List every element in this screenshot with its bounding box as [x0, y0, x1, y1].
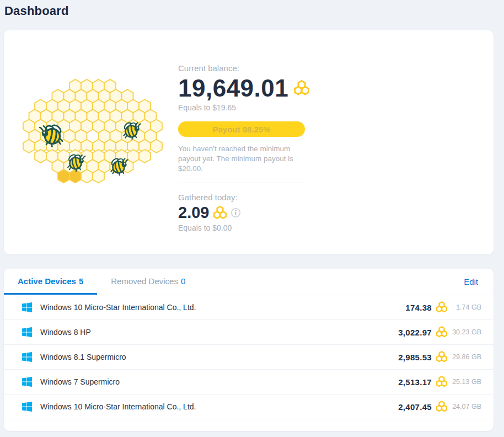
- windows-icon: [22, 402, 32, 412]
- tab-count: 0: [181, 276, 185, 286]
- honeycomb-icon: [436, 326, 447, 338]
- windows-icon: [22, 302, 32, 312]
- page-title: Dashboard: [4, 4, 504, 18]
- devices-tabbar: Active Devices 5 Removed Devices 0 Edit: [4, 269, 494, 295]
- divider: [178, 183, 304, 183]
- device-traffic: 24.07 GB: [451, 403, 481, 411]
- balance-card: Current balance: 19,649.01 Equals to $19…: [4, 30, 494, 254]
- device-name: Windows 8.1 Supermicro: [40, 353, 126, 361]
- device-row: Windows 8 HP 3,022.97 30.23 GB: [4, 320, 494, 345]
- device-name: Windows 8 HP: [40, 328, 91, 337]
- device-credits: 2,513.17: [398, 377, 432, 387]
- info-icon[interactable]: [230, 207, 241, 218]
- windows-icon: [22, 327, 32, 337]
- honeycomb-icon: [436, 301, 447, 313]
- current-balance-label: Current balance:: [178, 63, 307, 73]
- device-credits: 3,022.97: [398, 328, 432, 337]
- device-row: Windows 8.1 Supermicro 2,985.53 29.86 GB: [4, 345, 494, 370]
- device-traffic: 29.86 GB: [451, 353, 481, 361]
- tab-active-devices[interactable]: Active Devices 5: [4, 269, 97, 295]
- payout-note: You haven't reached the minimum payout y…: [178, 144, 306, 173]
- device-row: Windows 10 Micro-Star International Co.,…: [4, 295, 494, 320]
- honeycomb-icon: [436, 351, 447, 363]
- gathered-usd-equivalent: Equals to $0.00: [178, 223, 307, 232]
- gathered-today-label: Gathered today:: [178, 193, 307, 202]
- device-credits: 2,985.53: [398, 353, 432, 362]
- current-balance-amount: 19,649.01: [178, 74, 288, 102]
- honeycomb-hive-illustration: [18, 77, 168, 188]
- balance-section: Current balance: 19,649.01 Equals to $19…: [178, 63, 307, 232]
- device-name: Windows 10 Micro-Star International Co.,…: [40, 402, 196, 411]
- tab-label: Removed Devices: [111, 276, 178, 286]
- gathered-today-amount: 2.09: [178, 204, 209, 222]
- device-name: Windows 10 Micro-Star International Co.,…: [40, 303, 196, 312]
- windows-icon: [22, 352, 32, 362]
- balance-usd-equivalent: Equals to $19.65: [178, 103, 307, 112]
- device-traffic: 30.23 GB: [451, 328, 481, 336]
- honeycomb-icon: [294, 80, 309, 97]
- device-name: Windows 7 Supermicro: [40, 377, 120, 386]
- honeycomb-icon: [213, 206, 227, 220]
- tab-removed-devices[interactable]: Removed Devices 0: [97, 269, 199, 295]
- edit-devices-link[interactable]: Edit: [464, 277, 494, 286]
- honeycomb-icon: [436, 376, 447, 388]
- device-credits: 174.38: [405, 303, 432, 312]
- device-traffic: 1.74 GB: [451, 303, 481, 311]
- tab-label: Active Devices: [18, 276, 76, 286]
- tab-count: 5: [79, 276, 83, 286]
- honeycomb-icon: [436, 401, 447, 413]
- device-row: Windows 10 Micro-Star International Co.,…: [4, 395, 494, 419]
- devices-card: Active Devices 5 Removed Devices 0 Edit …: [4, 269, 494, 431]
- device-traffic: 25.13 GB: [451, 378, 481, 386]
- device-row: Windows 7 Supermicro 2,513.17 25.13 GB: [4, 370, 494, 395]
- windows-icon: [22, 377, 32, 387]
- payout-button[interactable]: Payout 98.25%: [178, 121, 305, 137]
- device-credits: 2,407.45: [398, 402, 432, 412]
- device-list: Windows 10 Micro-Star International Co.,…: [4, 295, 494, 419]
